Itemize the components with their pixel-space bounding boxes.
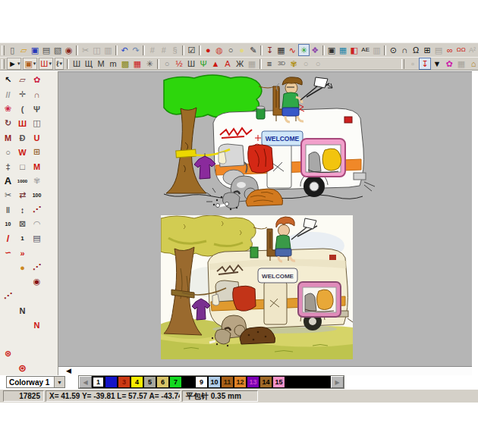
travel-end-button[interactable]: ▼ bbox=[431, 58, 443, 70]
arc-nodes-tool[interactable]: ∩ bbox=[30, 87, 44, 102]
satin-mm-button[interactable]: m bbox=[107, 58, 119, 70]
colorway-dropdown-icon[interactable]: ▼ bbox=[54, 377, 64, 387]
fill-hatch-button[interactable]: ◍ bbox=[214, 44, 225, 56]
rotate-tool-tool[interactable]: ↻ bbox=[1, 116, 15, 130]
redo-button[interactable]: ↷ bbox=[131, 44, 142, 56]
scale-10-tool[interactable]: 10 bbox=[1, 217, 15, 231]
weave-tool-tool[interactable]: ⊞ bbox=[30, 145, 44, 159]
canvas-hscrollbar[interactable]: ◀ bbox=[58, 366, 472, 375]
ring-stitch-button[interactable]: ⊙ bbox=[388, 44, 399, 56]
ellipse-tool-tool[interactable]: ○ bbox=[1, 145, 15, 159]
color-page-tool-tool[interactable]: ▤ bbox=[30, 231, 44, 246]
fill-soft-button[interactable]: ● bbox=[236, 44, 247, 56]
print-button[interactable]: ▤ bbox=[41, 44, 52, 56]
scale-1-tool[interactable]: 1 bbox=[15, 231, 30, 246]
bird-tool-tool[interactable]: ● bbox=[15, 260, 30, 274]
color-swatch-2[interactable]: 2 bbox=[105, 376, 118, 388]
color-swatch-10[interactable]: 10 bbox=[208, 376, 221, 388]
block-stitch-button[interactable]: ⊞ bbox=[422, 44, 433, 56]
scale-1000-tool[interactable]: 1000 bbox=[15, 174, 30, 188]
branch-tool-tool[interactable]: Ψ bbox=[30, 102, 44, 116]
pencil-button[interactable]: ✎ bbox=[247, 44, 259, 56]
color-swatch-1[interactable]: 1 bbox=[92, 376, 105, 388]
glasses-button[interactable]: ∞ bbox=[444, 44, 455, 56]
three-d-effect-button[interactable]: 3D bbox=[275, 58, 288, 70]
fan-tool-tool[interactable]: ◠ bbox=[30, 217, 44, 231]
save-design-button[interactable]: ▣ bbox=[30, 44, 41, 56]
fill-satin-button[interactable]: ● bbox=[203, 44, 214, 56]
select-check-button[interactable]: ☑ bbox=[186, 44, 197, 56]
hand-circle-tool-tool[interactable]: ◉ bbox=[30, 274, 44, 289]
stitch-waves-button[interactable]: ∿ bbox=[287, 44, 298, 56]
needle-position-button[interactable]: ↧ bbox=[419, 58, 431, 70]
spools-tool-tool[interactable]: ‖ bbox=[1, 202, 15, 217]
tree-stitch-button[interactable]: ▲ bbox=[209, 58, 222, 70]
omega-stitch-button[interactable]: Ω bbox=[410, 44, 422, 56]
omega-pair-button[interactable]: ΩΩ bbox=[455, 44, 467, 56]
color-swatch-12[interactable]: 12 bbox=[234, 376, 247, 388]
color-swatch-9[interactable]: 9 bbox=[195, 376, 208, 388]
pattern-d-tool[interactable]: Ð bbox=[15, 130, 30, 145]
open-design-button[interactable]: ▱ bbox=[18, 44, 30, 56]
color-film-button[interactable]: ▦ bbox=[337, 44, 348, 56]
satin-ww-button[interactable]: Ш bbox=[71, 58, 83, 70]
half-stitch-button[interactable]: ½ bbox=[173, 58, 185, 70]
line-spacing-button[interactable]: ≡ bbox=[263, 58, 275, 70]
color-swatch-5[interactable]: 5 bbox=[143, 376, 156, 388]
image-view-button[interactable]: ❖ bbox=[310, 44, 321, 56]
color-swatch-3[interactable]: 3 bbox=[118, 376, 131, 388]
mw-tool-tool[interactable]: W bbox=[15, 145, 30, 159]
run-m-tool-tool[interactable]: M bbox=[30, 159, 44, 174]
undo-button[interactable]: ↶ bbox=[119, 44, 131, 56]
thick-hatch-tool[interactable]: / bbox=[1, 231, 15, 246]
color-swatch-4[interactable]: 4 bbox=[131, 376, 143, 388]
lasso-select-tool[interactable]: ✛ bbox=[15, 87, 30, 102]
digitize-line-button[interactable]: ℓ▾ bbox=[55, 58, 64, 70]
tatami-weave-button[interactable]: ▩ bbox=[119, 58, 131, 70]
motif-fill-button[interactable]: ✳ bbox=[143, 58, 156, 70]
arrow-run-tool-tool[interactable]: » bbox=[15, 246, 30, 260]
reshape-poly-tool[interactable]: ▱ bbox=[15, 73, 30, 87]
colorway-select[interactable]: Colorway 1 ▼ bbox=[6, 376, 65, 388]
psi-stitch-button[interactable]: Ψ bbox=[197, 58, 209, 70]
rect-tool-tool[interactable]: □ bbox=[15, 159, 30, 174]
scale-100-tool[interactable]: 100 bbox=[30, 188, 44, 202]
flip-tool-tool[interactable]: ⇄ bbox=[15, 188, 30, 202]
new-document-button[interactable]: ▯ bbox=[7, 44, 18, 56]
lettering-tool-tool[interactable]: A bbox=[1, 174, 15, 188]
flower-edit-tool[interactable]: ✿ bbox=[30, 73, 44, 87]
shape-ring-button[interactable]: ○ bbox=[161, 58, 173, 70]
snowflake-tool-tool[interactable]: ✾ bbox=[30, 174, 44, 188]
color-swatch-8[interactable]: 8 bbox=[182, 376, 195, 388]
tatami-red-button[interactable]: ▦ bbox=[131, 58, 143, 70]
scan-image-button[interactable]: ◉ bbox=[63, 44, 74, 56]
digitize-block-button[interactable]: ▣▾ bbox=[23, 58, 37, 70]
m-node-tool-tool[interactable]: M bbox=[1, 130, 15, 145]
pitcher-tool-tool[interactable]: U bbox=[30, 130, 44, 145]
zh-stitch-button[interactable]: Ж bbox=[234, 58, 246, 70]
bitmap-view-button[interactable]: ▣ bbox=[326, 44, 338, 56]
satin-m-button[interactable]: M bbox=[95, 58, 107, 70]
scissors-needle-tool[interactable]: ✂ bbox=[1, 188, 15, 202]
hscroll-left-arrow-icon[interactable]: ◀ bbox=[66, 367, 71, 374]
stitch-grid-button[interactable]: ▦ bbox=[275, 44, 287, 56]
flower-magenta-button[interactable]: ✿ bbox=[443, 58, 455, 70]
arc-stitch-button[interactable]: ∩ bbox=[399, 44, 410, 56]
flip-red-tool-tool[interactable]: ∽ bbox=[1, 246, 15, 260]
gears-tool-tool[interactable]: ⊛ bbox=[1, 346, 15, 361]
artistic-view-button[interactable]: ✳ bbox=[298, 44, 310, 56]
color-swatch-13[interactable]: 13 bbox=[247, 376, 259, 388]
stitch-run-1-tool[interactable]: ⋰ bbox=[30, 202, 44, 217]
palette-scroll-left-button[interactable]: ◀ bbox=[79, 376, 92, 388]
palette-scroll-right-button[interactable]: ▶ bbox=[331, 376, 344, 388]
stitch-run-2-tool[interactable]: ⋰ bbox=[30, 260, 44, 274]
color-swatch-11[interactable]: 11 bbox=[221, 376, 234, 388]
flower-gold-button[interactable]: ✾ bbox=[288, 58, 300, 70]
outline-ellipse-button[interactable]: ○ bbox=[225, 44, 237, 56]
satin-wm-button[interactable]: Щ bbox=[83, 58, 95, 70]
n-black-tool-tool[interactable]: N bbox=[15, 303, 30, 318]
stitch-run-3-tool[interactable]: ⋰ bbox=[1, 289, 15, 303]
w-stitch-button[interactable]: Ш bbox=[185, 58, 197, 70]
design-canvas[interactable]: WELCOME bbox=[58, 71, 472, 366]
color-swatch-7[interactable]: 7 bbox=[169, 376, 182, 388]
